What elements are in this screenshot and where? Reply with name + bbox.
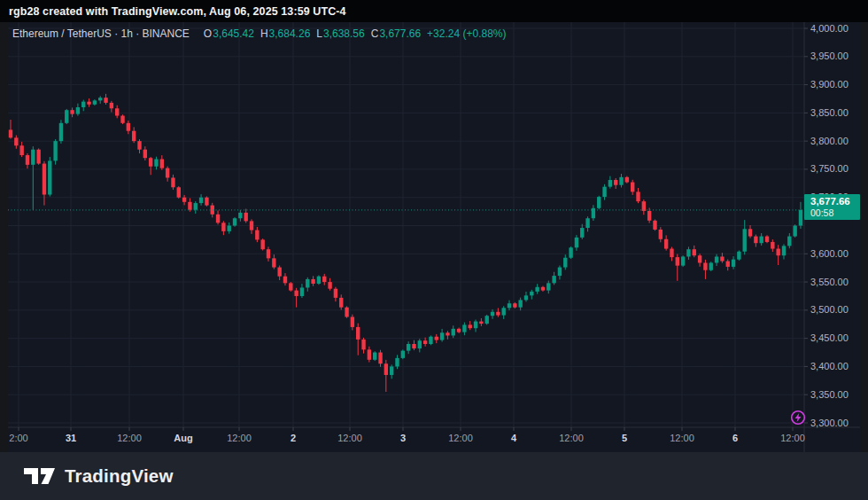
candle [552,276,555,283]
candle [412,344,415,348]
candle [384,363,388,375]
candle [250,221,253,230]
candle [446,332,449,335]
candle [631,183,634,192]
candle [98,98,102,100]
candle [356,327,360,340]
candle [452,329,455,336]
candle [272,258,275,267]
candlestick-chart[interactable] [0,0,868,452]
boost-icon[interactable] [790,410,806,426]
candle [653,221,656,230]
last-price-value: 3,677.66 [810,196,860,207]
candle [608,180,612,187]
symbol-title[interactable]: Ethereum / TetherUS · 1h · BINANCE [12,27,190,40]
candle [732,260,735,267]
ohlc-high-label: H [260,27,268,40]
candle [216,215,220,223]
candle [407,344,410,351]
candle [793,226,796,237]
candle [194,203,198,210]
candle [59,123,63,141]
price-axis-label: 3,550.00 [810,277,849,288]
candle [127,123,130,131]
candle [518,300,522,307]
candle [277,268,281,277]
candle [698,255,701,262]
candle [440,332,444,340]
candle [87,102,90,105]
time-axis-label: 12:00 [117,433,142,444]
time-axis-label: 6 [732,433,738,444]
candle [221,223,225,231]
candle [81,102,85,107]
time-axis-label: 3 [400,433,406,444]
candle [625,177,629,183]
candle [244,213,247,222]
price-axis-label: 4,000.00 [810,23,849,35]
last-price-badge[interactable]: 3,677.66 00:58 [804,194,860,220]
candle [31,150,35,165]
time-axis-label: 12:00 [559,433,584,444]
ohlc-change-value: +32.24 (+0.88%) [427,27,506,40]
candle [435,337,438,340]
candle [457,329,461,332]
candle [36,150,40,164]
candle [754,237,757,244]
candle [681,256,685,265]
candle [676,257,679,266]
candle [104,98,107,103]
candle [771,242,774,249]
time-axis-label: 12:00 [337,433,362,444]
candle [166,168,169,178]
candle [513,303,516,307]
candle [743,229,747,251]
candle [469,324,472,328]
candle [575,238,578,247]
candle [737,252,740,260]
candle [647,211,651,221]
candle [636,191,639,201]
candle [395,358,399,367]
candle [390,366,393,375]
candle [686,249,690,256]
bar-countdown: 00:58 [810,207,860,218]
candle [401,351,405,358]
candle [65,110,68,123]
candle [580,228,584,238]
ohlc-low-label: L [316,27,322,40]
price-axis-label: 3,950.00 [810,51,849,62]
footer[interactable]: TradingView [0,452,868,500]
candle [9,129,12,137]
chart-legend[interactable]: Ethereum / TetherUS · 1h · BINANCE O 3,6… [12,27,507,40]
candle [143,150,147,159]
time-axis-label: 31 [66,433,76,444]
candle [703,262,707,270]
candle [619,177,623,185]
candle [115,108,119,115]
time-axis-label: 12:00 [448,433,473,444]
time-axis-label: 12:00 [780,433,805,444]
candle [14,137,18,145]
candle [496,312,500,316]
candle [546,283,550,290]
price-axis-label: 3,450.00 [810,332,849,344]
price-axis-label: 3,400.00 [810,361,849,372]
candle [474,322,477,329]
time-axis[interactable]: 2:003112:00Aug12:00212:00312:00412:00512… [8,427,860,452]
ohlc-low-value: 3,638.56 [323,27,365,40]
candle [110,103,113,108]
candle [508,303,511,308]
candle [70,110,74,113]
candle [228,226,231,231]
candle [479,322,483,324]
brand-wordmark: TradingView [65,465,174,487]
price-axis[interactable]: 4,000.003,950.003,900.003,850.003,800.00… [804,22,860,427]
candle [715,256,718,262]
candle [569,247,572,257]
candle [255,230,259,240]
candle [530,292,533,295]
candle [765,237,769,242]
candle [782,246,786,255]
candle [160,159,164,168]
